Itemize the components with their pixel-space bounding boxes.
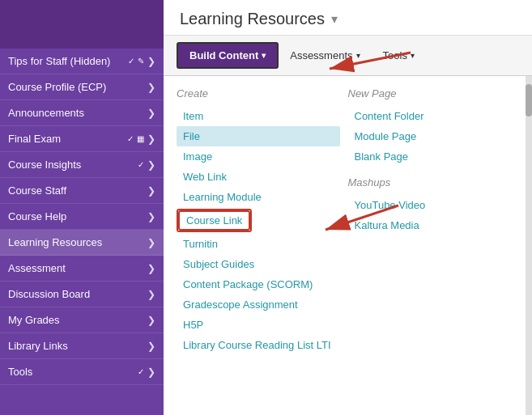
chevron-down-icon: ❯: [147, 366, 155, 378]
assessments-arrow-icon: ▾: [356, 51, 360, 60]
dropdown-panel: Create Item File Image Web Link Learning…: [164, 76, 532, 415]
sidebar-item-discussion-board[interactable]: Discussion Board ❯: [0, 282, 164, 307]
sidebar-item-course-profile[interactable]: Course Profile (ECP) ❯: [0, 74, 164, 100]
dropdown-item-image[interactable]: Image: [177, 146, 340, 167]
dropdown-item-subject-guides[interactable]: Subject Guides: [177, 254, 340, 274]
course-link-highlight: Course Link: [177, 209, 252, 232]
chevron-down-icon: ❯: [147, 289, 155, 300]
check-icon: ✓: [138, 367, 144, 376]
dropdown-item-youtube-video[interactable]: YouTube Video: [348, 195, 512, 215]
chevron-down-icon: ❯: [147, 315, 155, 326]
dropdown-item-course-link[interactable]: Course Link: [178, 210, 250, 231]
sidebar-item-final-exam[interactable]: Final Exam ✓ ▦ ❯: [0, 126, 164, 152]
edit-icon: ✎: [138, 57, 144, 66]
chevron-down-icon: ❯: [147, 56, 155, 67]
sidebar-item-label: My Grades: [8, 314, 147, 326]
tools-label: Tools: [383, 49, 407, 61]
dropdown-item-content-package[interactable]: Content Package (SCORM): [177, 274, 340, 294]
chevron-down-icon: ❯: [147, 133, 155, 145]
chevron-down-icon: ❯: [147, 211, 155, 222]
check-icon: ✓: [127, 134, 134, 143]
main-content: Learning Resources ▾ Build Content ▾ Ass…: [164, 0, 532, 415]
assessments-button[interactable]: Assessments ▾: [279, 44, 371, 67]
check-icon: ✓: [138, 160, 144, 169]
sidebar-item-label: Library Links: [8, 340, 147, 352]
dropdown-item-h5p[interactable]: H5P: [177, 315, 340, 335]
dropdown-item-file[interactable]: File: [177, 126, 340, 146]
toolbar: Build Content ▾ Assessments ▾ Tools ▾: [164, 36, 532, 76]
sidebar-item-label: Course Help: [8, 210, 147, 222]
scrollbar-thumb[interactable]: [526, 84, 532, 116]
dropdown-item-item[interactable]: Item: [177, 106, 340, 126]
sidebar-item-course-insights[interactable]: Course Insights ✓ ❯: [0, 152, 164, 178]
sidebar-item-label: Learning Resources: [8, 236, 147, 248]
build-content-label: Build Content: [189, 49, 258, 61]
build-content-arrow-icon: ▾: [262, 51, 266, 60]
sidebar-item-my-grades[interactable]: My Grades ❯: [0, 307, 164, 333]
tools-button[interactable]: Tools ▾: [372, 44, 426, 67]
dropdown-item-blank-page[interactable]: Blank Page: [348, 146, 512, 167]
mashups-section-title: Mashups: [348, 176, 512, 188]
chevron-down-icon: ❯: [147, 237, 155, 248]
sidebar-item-label: Course Profile (ECP): [8, 81, 147, 93]
dropdown-item-web-link[interactable]: Web Link: [177, 167, 340, 187]
dropdown-item-gradescope[interactable]: Gradescope Assignment: [177, 294, 340, 315]
chevron-down-icon: ❯: [147, 185, 155, 197]
sidebar-item-assessment[interactable]: Assessment ❯: [0, 256, 164, 282]
sidebar-item-label: Course Insights: [8, 159, 138, 171]
scrollbar-track[interactable]: [526, 76, 532, 415]
sidebar-item-label: Final Exam: [8, 133, 127, 145]
assessments-label: Assessments: [290, 49, 352, 61]
chevron-down-icon: ❯: [147, 82, 155, 93]
page-title: Learning Resources: [180, 10, 325, 28]
sidebar-item-library-links[interactable]: Library Links ❯: [0, 333, 164, 359]
sidebar-item-label: Tools: [8, 366, 138, 378]
sidebar-item-course-staff[interactable]: Course Staff ❯: [0, 178, 164, 204]
chevron-down-icon: ❯: [147, 159, 155, 171]
sidebar-item-label: Discussion Board: [8, 288, 147, 300]
chevron-down-icon: ❯: [147, 108, 155, 119]
sidebar-item-tools[interactable]: Tools ✓ ❯: [0, 359, 164, 385]
dropdown-item-turnitin[interactable]: Turnitin: [177, 234, 340, 254]
sidebar-item-learning-resources[interactable]: Learning Resources ❯: [0, 230, 164, 256]
sidebar-item-announcements[interactable]: Announcements ❯: [0, 100, 164, 126]
new-page-section-title: New Page: [348, 87, 512, 100]
dropdown-right-col: New Page Content Folder Module Page Blan…: [348, 84, 520, 407]
dropdown-item-library-lti[interactable]: Library Course Reading List LTI: [177, 335, 340, 355]
sidebar-item-label: Announcements: [8, 107, 147, 119]
dropdown-left-col: Create Item File Image Web Link Learning…: [177, 84, 348, 407]
chevron-down-icon: ❯: [147, 263, 155, 274]
tools-arrow-icon: ▾: [411, 51, 415, 60]
sidebar-item-label: Tips for Staff (Hidden): [8, 55, 128, 67]
check-icon: ✓: [128, 57, 134, 66]
sidebar-item-tips-for-staff[interactable]: Tips for Staff (Hidden) ✓ ✎ ❯: [0, 49, 164, 74]
create-section-title: Create: [177, 87, 340, 100]
page-header: Learning Resources ▾: [164, 0, 532, 36]
dropdown-item-module-page[interactable]: Module Page: [348, 126, 512, 146]
chevron-down-icon: ❯: [147, 341, 155, 352]
page-title-dropdown-icon[interactable]: ▾: [331, 11, 338, 27]
sidebar-header: [0, 0, 164, 49]
sidebar-item-label: Course Staff: [8, 184, 147, 197]
edit-icon: ▦: [137, 134, 144, 143]
dropdown-item-learning-module[interactable]: Learning Module: [177, 187, 340, 207]
sidebar-item-label: Assessment: [8, 262, 147, 274]
dropdown-item-kaltura-media[interactable]: Kaltura Media: [348, 215, 512, 235]
sidebar: Tips for Staff (Hidden) ✓ ✎ ❯ Course Pro…: [0, 0, 164, 415]
sidebar-item-course-help[interactable]: Course Help ❯: [0, 204, 164, 230]
build-content-button[interactable]: Build Content ▾: [177, 42, 279, 69]
dropdown-item-content-folder[interactable]: Content Folder: [348, 106, 512, 126]
